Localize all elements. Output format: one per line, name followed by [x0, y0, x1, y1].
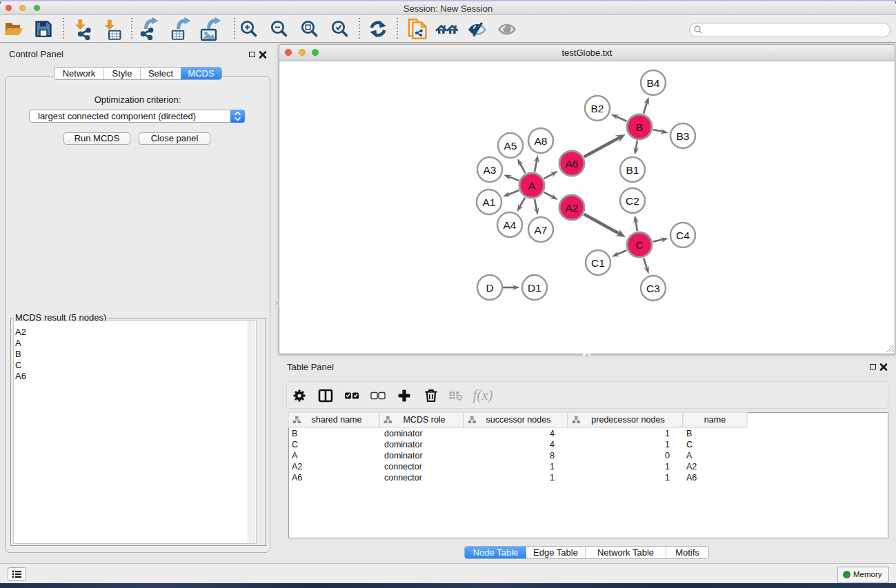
svg-text:C: C [635, 239, 643, 251]
svg-text:A6: A6 [566, 158, 579, 170]
svg-text:A1: A1 [483, 196, 496, 208]
svg-text:D1: D1 [528, 282, 541, 294]
svg-text:C1: C1 [591, 257, 605, 269]
svg-text:A: A [528, 180, 536, 192]
svg-text:A8: A8 [535, 135, 548, 147]
svg-text:A7: A7 [535, 224, 548, 236]
svg-text:C4: C4 [676, 230, 690, 241]
svg-text:A3: A3 [484, 164, 497, 176]
svg-text:C3: C3 [646, 283, 660, 294]
svg-text:B2: B2 [591, 103, 604, 114]
svg-text:C2: C2 [626, 195, 639, 207]
svg-text:A2: A2 [566, 202, 579, 214]
svg-text:A4: A4 [504, 219, 517, 231]
svg-text:B1: B1 [626, 164, 639, 176]
svg-text:B: B [636, 121, 643, 133]
svg-text:B3: B3 [677, 130, 690, 142]
svg-text:f(x): f(x) [472, 387, 492, 403]
svg-text:B4: B4 [647, 77, 660, 89]
svg-text:D: D [486, 282, 493, 294]
svg-text:A5: A5 [504, 140, 517, 152]
